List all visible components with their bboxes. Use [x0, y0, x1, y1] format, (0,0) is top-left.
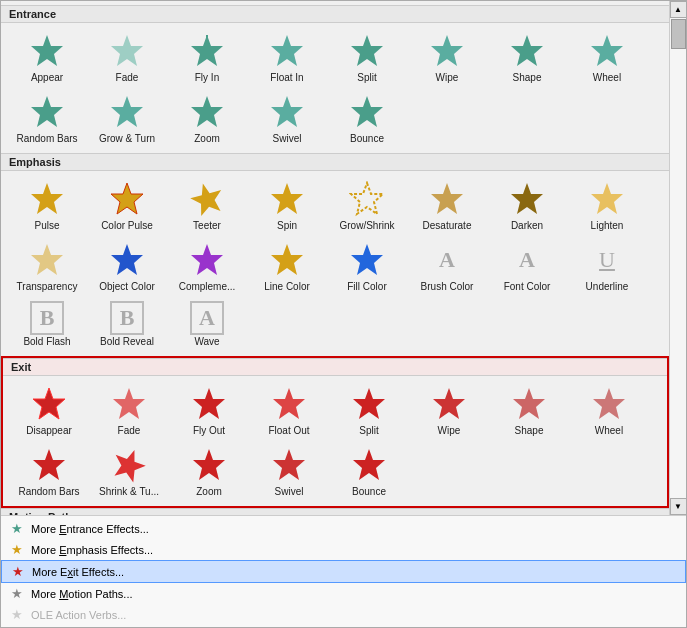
entrance-label: Entrance: [9, 8, 56, 20]
svg-marker-31: [353, 388, 385, 419]
entrance-swivel[interactable]: Swivel: [247, 88, 327, 149]
scroll-area: Entrance Appear Fade Fly In: [1, 1, 686, 515]
exit-flyout[interactable]: Fly Out: [169, 380, 249, 441]
bottom-links-section: ★ More Entrance Effects... ★ More Emphas…: [1, 515, 686, 627]
emphasis-underline[interactable]: U Underline: [567, 236, 647, 297]
bounce-label: Bounce: [350, 133, 384, 145]
emphasis-pulse[interactable]: Pulse: [7, 175, 87, 236]
exit-shape[interactable]: Shape: [489, 380, 569, 441]
exit-fade[interactable]: Fade: [89, 380, 169, 441]
teeter-icon: [187, 179, 227, 219]
exit-wheel[interactable]: Wheel: [569, 380, 649, 441]
more-exit-effects-button[interactable]: ★ More Exit Effects...: [1, 560, 686, 583]
svg-marker-30: [273, 388, 305, 419]
lighten-label: Lighten: [591, 220, 624, 232]
scrollbar: ▲ ▼: [669, 1, 686, 515]
entrance-appear[interactable]: Appear: [7, 27, 87, 88]
emphasis-boldreveal[interactable]: B Bold Reveal: [87, 297, 167, 352]
scroll-down-button[interactable]: ▼: [670, 498, 687, 515]
ole-action-verbs-button: ★ OLE Action Verbs...: [1, 604, 686, 625]
entrance-zoom[interactable]: Zoom: [167, 88, 247, 149]
svg-marker-19: [431, 183, 463, 214]
exit-fade-icon: [109, 384, 149, 424]
exit-shrinktu[interactable]: Shrink & Tu...: [89, 441, 169, 502]
emphasis-compleme[interactable]: Compleme...: [167, 236, 247, 297]
emphasis-brushcolor[interactable]: A Brush Color: [407, 236, 487, 297]
emphasis-darken[interactable]: Darken: [487, 175, 567, 236]
svg-marker-23: [111, 244, 143, 275]
exit-floatout[interactable]: Float Out: [249, 380, 329, 441]
entrance-flyin[interactable]: Fly In: [167, 27, 247, 88]
objectcolor-icon: [107, 240, 147, 280]
emphasis-linecolor[interactable]: Line Color: [247, 236, 327, 297]
svg-marker-32: [433, 388, 465, 419]
emphasis-lighten[interactable]: Lighten: [567, 175, 647, 236]
exit-wipe[interactable]: Wipe: [409, 380, 489, 441]
scrollbar-thumb[interactable]: [671, 19, 686, 49]
compleme-label: Compleme...: [179, 281, 236, 293]
linecolor-icon: [267, 240, 307, 280]
exit-bounce[interactable]: Bounce: [329, 441, 409, 502]
emphasis-boldflash[interactable]: B Bold Flash: [7, 297, 87, 352]
emphasis-grid: Pulse Color Pulse Teeter Spin: [1, 171, 669, 356]
exit-flyout-label: Fly Out: [193, 425, 225, 437]
exit-disappear-icon: [29, 384, 69, 424]
boldflash-label: Bold Flash: [23, 336, 70, 348]
wheel-icon: [587, 31, 627, 71]
emphasis-colorpulse[interactable]: Color Pulse: [87, 175, 167, 236]
scrollbar-track[interactable]: [670, 18, 687, 498]
underline-label: Underline: [586, 281, 629, 293]
svg-marker-37: [193, 449, 225, 480]
entrance-wheel[interactable]: Wheel: [567, 27, 647, 88]
emphasis-spin[interactable]: Spin: [247, 175, 327, 236]
svg-marker-6: [431, 35, 463, 66]
emphasis-growshrink[interactable]: Grow/Shrink: [327, 175, 407, 236]
exit-randombars[interactable]: Random Bars: [9, 441, 89, 502]
more-motion-paths-button[interactable]: ★ More Motion Paths...: [1, 583, 686, 604]
appear-label: Appear: [31, 72, 63, 84]
exit-shape-label: Shape: [515, 425, 544, 437]
svg-marker-9: [31, 96, 63, 127]
svg-marker-14: [31, 183, 63, 214]
teeter-label: Teeter: [193, 220, 221, 232]
more-emphasis-effects-button[interactable]: ★ More Emphasis Effects...: [1, 539, 686, 560]
spin-label: Spin: [277, 220, 297, 232]
exit-zoom-label: Zoom: [196, 486, 222, 498]
wipe-icon: [427, 31, 467, 71]
svg-marker-16: [189, 181, 225, 217]
emphasis-fontcolor[interactable]: A Font Color: [487, 236, 567, 297]
exit-swivel-icon: [269, 445, 309, 485]
emphasis-label: Emphasis: [9, 156, 61, 168]
entrance-growturn[interactable]: Grow & Turn: [87, 88, 167, 149]
entrance-shape[interactable]: Shape: [487, 27, 567, 88]
svg-marker-11: [191, 96, 223, 127]
emphasis-transparency[interactable]: Transparency: [7, 236, 87, 297]
darken-icon: [507, 179, 547, 219]
entrance-floatin[interactable]: Float In: [247, 27, 327, 88]
svg-marker-33: [513, 388, 545, 419]
ole-action-verbs-label: OLE Action Verbs...: [31, 609, 126, 621]
emphasis-wave[interactable]: A Wave: [167, 297, 247, 352]
emphasis-fillcolor[interactable]: Fill Color: [327, 236, 407, 297]
emphasis-objectcolor[interactable]: Object Color: [87, 236, 167, 297]
exit-zoom[interactable]: Zoom: [169, 441, 249, 502]
exit-shape-icon: [509, 384, 549, 424]
more-entrance-effects-button[interactable]: ★ More Entrance Effects...: [1, 518, 686, 539]
emphasis-desaturate[interactable]: Desaturate: [407, 175, 487, 236]
floatin-label: Float In: [270, 72, 303, 84]
growturn-icon: [107, 92, 147, 132]
entrance-split[interactable]: Split: [327, 27, 407, 88]
scroll-up-button[interactable]: ▲: [670, 1, 687, 18]
entrance-bounce[interactable]: Bounce: [327, 88, 407, 149]
exit-swivel-label: Swivel: [275, 486, 304, 498]
entrance-wipe[interactable]: Wipe: [407, 27, 487, 88]
exit-swivel[interactable]: Swivel: [249, 441, 329, 502]
entrance-fade[interactable]: Fade: [87, 27, 167, 88]
emphasis-teeter[interactable]: Teeter: [167, 175, 247, 236]
exit-randombars-icon: [29, 445, 69, 485]
exit-wipe-label: Wipe: [438, 425, 461, 437]
exit-split[interactable]: Split: [329, 380, 409, 441]
exit-disappear[interactable]: Disappear: [9, 380, 89, 441]
entrance-randombars[interactable]: Random Bars: [7, 88, 87, 149]
exit-shrinktu-label: Shrink & Tu...: [99, 486, 159, 498]
